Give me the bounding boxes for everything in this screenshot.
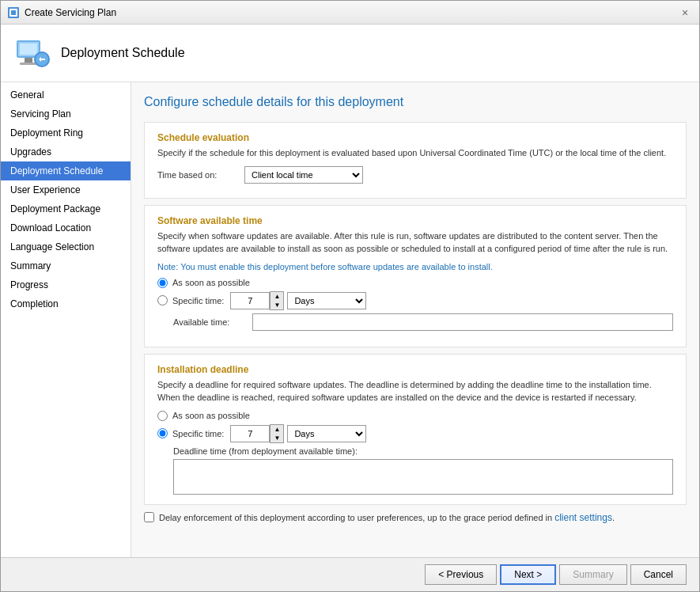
deadline-asap-row: As soon as possible [157, 411, 673, 421]
sidebar-item-upgrades[interactable]: Upgrades [1, 142, 131, 161]
schedule-evaluation-title: Schedule evaluation [157, 132, 673, 143]
grace-period-link[interactable]: client settings [554, 512, 612, 523]
software-days-input[interactable] [230, 292, 270, 309]
deadline-specific-row: Specific time: ▲ ▼ Days Hours W [157, 424, 673, 443]
software-spinner-group: ▲ ▼ [230, 291, 284, 310]
header: Deployment Schedule [1, 25, 699, 82]
svg-rect-2 [11, 10, 16, 15]
delay-checkbox-label: Delay enforcement of this deployment acc… [159, 511, 687, 525]
software-asap-radio[interactable] [157, 278, 168, 288]
software-available-section: Software available time Specify when sof… [144, 205, 687, 347]
sidebar-item-language-selection[interactable]: Language Selection [1, 237, 131, 256]
deadline-time-area: Deadline time (from deployment available… [173, 446, 673, 495]
window-icon [7, 6, 20, 19]
footer: < Previous Next > Summary Cancel [1, 557, 699, 591]
available-time-label: Available time: [173, 317, 252, 327]
header-icon [13, 34, 51, 72]
summary-button[interactable]: Summary [559, 564, 626, 585]
software-available-desc: Specify when software updates are availa… [157, 230, 673, 256]
deadline-spinner-group: ▲ ▼ [230, 424, 284, 443]
content-area: General Servicing Plan Deployment Ring U… [1, 82, 699, 557]
deadline-days-input[interactable] [230, 425, 270, 442]
time-based-on-label: Time based on: [157, 170, 244, 180]
sidebar-item-summary[interactable]: Summary [1, 256, 131, 275]
software-spinner-buttons: ▲ ▼ [270, 291, 284, 310]
software-specific-radio[interactable] [157, 295, 168, 305]
previous-button[interactable]: < Previous [425, 564, 497, 585]
software-asap-row: As soon as possible [157, 278, 673, 288]
header-title: Deployment Schedule [61, 46, 185, 60]
time-based-on-row: Time based on: Client local time UTC [157, 166, 673, 184]
software-specific-row: Specific time: ▲ ▼ Days Hours W [157, 291, 673, 310]
main-content: Configure schedule details for this depl… [131, 82, 699, 557]
available-time-row: Available time: [173, 313, 673, 331]
deadline-specific-radio[interactable] [157, 428, 168, 438]
sidebar-item-servicing-plan[interactable]: Servicing Plan [1, 104, 131, 123]
main-window: Create Servicing Plan × Deployment Sched… [0, 0, 700, 592]
sidebar-item-deployment-schedule[interactable]: Deployment Schedule [1, 161, 131, 180]
sidebar-item-progress[interactable]: Progress [1, 275, 131, 294]
deadline-specific-label: Specific time: [172, 429, 224, 438]
software-specific-label: Specific time: [172, 296, 224, 305]
installation-deadline-section: Installation deadline Specify a deadline… [144, 354, 687, 505]
software-available-note: Note: You must enable this deployment be… [157, 262, 673, 271]
page-title: Configure schedule details for this depl… [144, 95, 687, 109]
deadline-time-label: Deadline time (from deployment available… [173, 446, 673, 456]
svg-rect-7 [20, 63, 37, 65]
deadline-spinner-buttons: ▲ ▼ [270, 424, 284, 443]
installation-deadline-title: Installation deadline [157, 364, 673, 375]
software-increment-button[interactable]: ▲ [271, 292, 283, 301]
sidebar-item-user-experience[interactable]: User Experience [1, 180, 131, 199]
delay-checkbox-row: Delay enforcement of this deployment acc… [144, 511, 687, 525]
sidebar-item-download-location[interactable]: Download Location [1, 218, 131, 237]
available-time-input[interactable] [252, 313, 673, 331]
delay-checkbox[interactable] [144, 512, 154, 522]
schedule-evaluation-desc: Specify if the schedule for this deploym… [157, 146, 673, 160]
sidebar-item-deployment-package[interactable]: Deployment Package [1, 199, 131, 218]
title-bar: Create Servicing Plan × [1, 1, 699, 25]
deadline-increment-button[interactable]: ▲ [271, 425, 283, 434]
software-decrement-button[interactable]: ▼ [271, 301, 283, 309]
window-title: Create Servicing Plan [25, 7, 677, 18]
software-available-title: Software available time [157, 215, 673, 226]
schedule-evaluation-section: Schedule evaluation Specify if the sched… [144, 122, 687, 199]
next-button[interactable]: Next > [500, 564, 556, 585]
svg-rect-5 [20, 44, 37, 55]
deadline-time-input[interactable] [173, 459, 673, 495]
installation-deadline-desc: Specify a deadline for required software… [157, 378, 673, 404]
time-based-on-select[interactable]: Client local time UTC [244, 166, 363, 184]
svg-rect-6 [25, 58, 32, 63]
sidebar-item-deployment-ring[interactable]: Deployment Ring [1, 123, 131, 142]
sidebar: General Servicing Plan Deployment Ring U… [1, 82, 131, 557]
sidebar-item-completion[interactable]: Completion [1, 294, 131, 313]
deadline-unit-select[interactable]: Days Hours Weeks Months [287, 425, 366, 442]
deadline-asap-label: As soon as possible [172, 411, 250, 420]
software-asap-label: As soon as possible [172, 278, 250, 287]
deadline-asap-radio[interactable] [157, 411, 168, 421]
deadline-decrement-button[interactable]: ▼ [271, 434, 283, 442]
close-button[interactable]: × [677, 5, 693, 21]
sidebar-item-general[interactable]: General [1, 85, 131, 104]
cancel-button[interactable]: Cancel [630, 564, 687, 585]
software-unit-select[interactable]: Days Hours Weeks Months [287, 292, 366, 309]
